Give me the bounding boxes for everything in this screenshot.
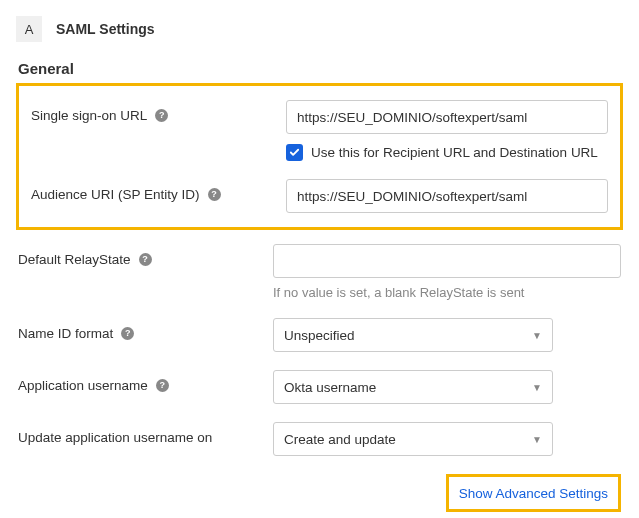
- app-badge: A: [16, 16, 42, 42]
- relay-state-label: Default RelayState: [18, 252, 131, 267]
- show-advanced-settings-link[interactable]: Show Advanced Settings: [459, 486, 608, 501]
- use-for-recipient-label: Use this for Recipient URL and Destinati…: [311, 145, 598, 160]
- update-username-on-label: Update application username on: [18, 430, 212, 445]
- field-sso-url: Single sign-on URL ? Use this for Recipi…: [31, 100, 608, 161]
- audience-uri-label: Audience URI (SP Entity ID): [31, 187, 200, 202]
- field-app-username: Application username ? Okta username ▼: [18, 370, 621, 404]
- chevron-down-icon: ▼: [532, 382, 542, 393]
- help-icon[interactable]: ?: [156, 379, 169, 392]
- field-update-username-on: Update application username on Create an…: [18, 422, 621, 456]
- nameid-format-value: Unspecified: [284, 328, 355, 343]
- nameid-format-select[interactable]: Unspecified ▼: [273, 318, 553, 352]
- help-icon[interactable]: ?: [208, 188, 221, 201]
- update-username-on-select[interactable]: Create and update ▼: [273, 422, 553, 456]
- nameid-format-label: Name ID format: [18, 326, 113, 341]
- sso-url-label: Single sign-on URL: [31, 108, 147, 123]
- advanced-settings-highlight: Show Advanced Settings: [446, 474, 621, 512]
- checkmark-icon: [289, 147, 300, 158]
- chevron-down-icon: ▼: [532, 434, 542, 445]
- page-header: A SAML Settings: [16, 16, 623, 42]
- use-for-recipient-checkbox[interactable]: [286, 144, 303, 161]
- app-username-select[interactable]: Okta username ▼: [273, 370, 553, 404]
- app-username-label: Application username: [18, 378, 148, 393]
- chevron-down-icon: ▼: [532, 330, 542, 341]
- section-general-title: General: [18, 60, 623, 77]
- relay-state-helper: If no value is set, a blank RelayState i…: [273, 285, 621, 300]
- help-icon[interactable]: ?: [121, 327, 134, 340]
- help-icon[interactable]: ?: [139, 253, 152, 266]
- app-username-value: Okta username: [284, 380, 376, 395]
- field-relay-state: Default RelayState ? If no value is set,…: [18, 244, 621, 300]
- field-nameid-format: Name ID format ? Unspecified ▼: [18, 318, 621, 352]
- sso-url-input[interactable]: [286, 100, 608, 134]
- audience-uri-input[interactable]: [286, 179, 608, 213]
- relay-state-input[interactable]: [273, 244, 621, 278]
- required-fields-highlight: Single sign-on URL ? Use this for Recipi…: [16, 83, 623, 230]
- help-icon[interactable]: ?: [155, 109, 168, 122]
- page-title: SAML Settings: [56, 21, 155, 37]
- field-audience-uri: Audience URI (SP Entity ID) ?: [31, 179, 608, 213]
- update-username-on-value: Create and update: [284, 432, 396, 447]
